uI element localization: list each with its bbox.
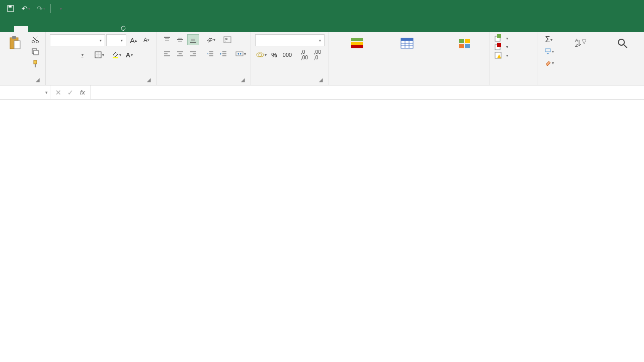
cancel-formula-button[interactable]: ✕ — [52, 88, 64, 97]
tab-ueberpruefen[interactable] — [85, 26, 99, 32]
sort-filter-button[interactable]: AZ — [559, 34, 602, 53]
group-alignment: ab▾ abc ▾ ◢ — [157, 32, 251, 85]
number-format-combo[interactable]: ▾ — [255, 34, 325, 46]
scissors-icon — [31, 36, 39, 44]
enter-formula-button[interactable]: ✓ — [64, 88, 76, 97]
orientation-button[interactable]: ab▾ — [204, 34, 216, 45]
insert-function-button[interactable]: fx — [76, 88, 89, 96]
align-left-button[interactable] — [161, 48, 173, 59]
tab-einfuegen[interactable] — [28, 26, 42, 32]
decrease-indent-button[interactable] — [204, 48, 216, 59]
ribbon-tabs — [0, 17, 644, 32]
insert-cells-button[interactable]: ▾ — [494, 34, 508, 42]
delete-cells-button[interactable]: ▾ — [494, 43, 508, 51]
qat-customize[interactable]: ▾ — [54, 3, 67, 15]
dialog-launcher-icon[interactable]: ◢ — [145, 77, 152, 84]
undo-button[interactable]: ↶▾ — [19, 3, 32, 15]
merge-button[interactable]: ▾ — [234, 48, 247, 59]
svg-rect-64 — [497, 34, 501, 38]
format-cells-icon — [494, 51, 502, 59]
group-font: ▾ ▾ A▴ A▾ ▾ ▾ ▾ A▾ ◢ — [46, 32, 157, 85]
svg-rect-12 — [34, 50, 38, 55]
dialog-launcher-icon[interactable]: ◢ — [34, 77, 41, 84]
svg-rect-6 — [14, 41, 20, 49]
name-box[interactable]: ▾ — [0, 85, 50, 99]
money-icon — [256, 51, 264, 58]
copy-button[interactable] — [29, 46, 41, 57]
svg-text:A: A — [575, 38, 578, 43]
dialog-launcher-icon[interactable]: ◢ — [239, 77, 247, 84]
formula-bar-input[interactable] — [91, 85, 644, 99]
tab-ansicht[interactable] — [99, 26, 113, 32]
svg-point-8 — [36, 41, 39, 43]
align-center-button[interactable] — [174, 48, 186, 59]
svg-rect-14 — [35, 64, 36, 67]
save-button[interactable] — [4, 3, 17, 15]
align-right-button[interactable] — [187, 48, 199, 59]
font-size-combo[interactable]: ▾ — [106, 34, 126, 46]
increase-decimal-button[interactable]: ,0,00 — [298, 49, 310, 60]
ribbon: ◢ ▾ ▾ A▴ A▾ ▾ ▾ ▾ A▾ ◢ — [0, 32, 644, 85]
fill-button[interactable]: ▾ — [541, 46, 556, 57]
delete-cells-icon — [494, 43, 502, 51]
svg-line-10 — [33, 37, 37, 41]
percent-button[interactable]: % — [268, 49, 280, 60]
group-cells: ▾ ▾ ▾ — [490, 32, 537, 85]
group-number: ▾ ▾ % 000 ,0,00 ,00,0 ◢ — [251, 32, 329, 85]
align-middle-button[interactable] — [174, 34, 186, 45]
autosum-button[interactable]: Σ▾ — [541, 34, 556, 45]
svg-rect-66 — [497, 43, 501, 47]
wrap-icon: abc — [223, 36, 231, 43]
font-name-combo[interactable]: ▾ — [50, 34, 105, 46]
dialog-launcher-icon[interactable]: ◢ — [317, 77, 325, 84]
format-cells-button[interactable]: ▾ — [494, 51, 508, 59]
redo-button[interactable]: ↷▾ — [34, 3, 47, 15]
italic-button[interactable] — [63, 49, 75, 60]
merge-icon — [235, 50, 244, 57]
align-bottom-button[interactable] — [187, 34, 199, 45]
wrap-text-button[interactable]: abc — [221, 34, 233, 45]
group-editing: Σ▾ ▾ ▾ AZ — [537, 32, 644, 85]
rotate-text-icon: ab — [206, 36, 213, 43]
find-select-button[interactable] — [605, 34, 640, 53]
cut-button[interactable] — [29, 34, 41, 45]
clipboard-icon — [7, 35, 23, 51]
cell-styles-button[interactable] — [433, 34, 497, 53]
find-icon — [614, 35, 630, 51]
paste-button[interactable] — [4, 34, 26, 53]
svg-rect-61 — [459, 44, 464, 48]
insert-cells-icon — [494, 34, 502, 42]
brush-icon — [31, 60, 39, 68]
tab-formeln[interactable] — [56, 26, 70, 32]
underline-button[interactable]: ▾ — [76, 49, 88, 60]
font-color-button[interactable]: A▾ — [123, 49, 135, 60]
tab-daten[interactable] — [70, 26, 85, 32]
grow-font-button[interactable]: A▴ — [127, 35, 139, 46]
clear-button[interactable]: ▾ — [541, 57, 556, 68]
copy-icon — [31, 48, 39, 56]
tab-datei[interactable] — [0, 26, 14, 32]
bold-button[interactable] — [50, 49, 62, 60]
tell-me-search[interactable] — [120, 25, 130, 32]
align-top-button[interactable] — [161, 34, 173, 45]
group-clipboard: ◢ — [0, 32, 46, 85]
tab-seitenlayout[interactable] — [42, 26, 56, 32]
tab-start[interactable] — [14, 26, 28, 32]
increase-indent-button[interactable] — [217, 48, 229, 59]
comma-button[interactable]: 000 — [281, 49, 293, 60]
svg-rect-13 — [34, 60, 37, 64]
svg-point-71 — [618, 39, 624, 45]
borders-icon — [95, 51, 102, 58]
fill-color-button[interactable]: ▾ — [110, 49, 122, 60]
shrink-font-button[interactable]: A▾ — [140, 35, 152, 46]
chevron-down-icon: ▾ — [45, 90, 48, 95]
svg-rect-54 — [401, 38, 413, 41]
accounting-format-button[interactable]: ▾ — [255, 49, 267, 60]
borders-button[interactable]: ▾ — [93, 49, 105, 60]
decrease-decimal-button[interactable]: ,00,0 — [311, 49, 324, 60]
svg-rect-62 — [465, 44, 470, 48]
cell-styles-icon — [457, 35, 473, 51]
format-as-table-button[interactable] — [384, 34, 430, 53]
conditional-formatting-button[interactable] — [333, 34, 381, 53]
format-painter-button[interactable] — [29, 58, 41, 69]
